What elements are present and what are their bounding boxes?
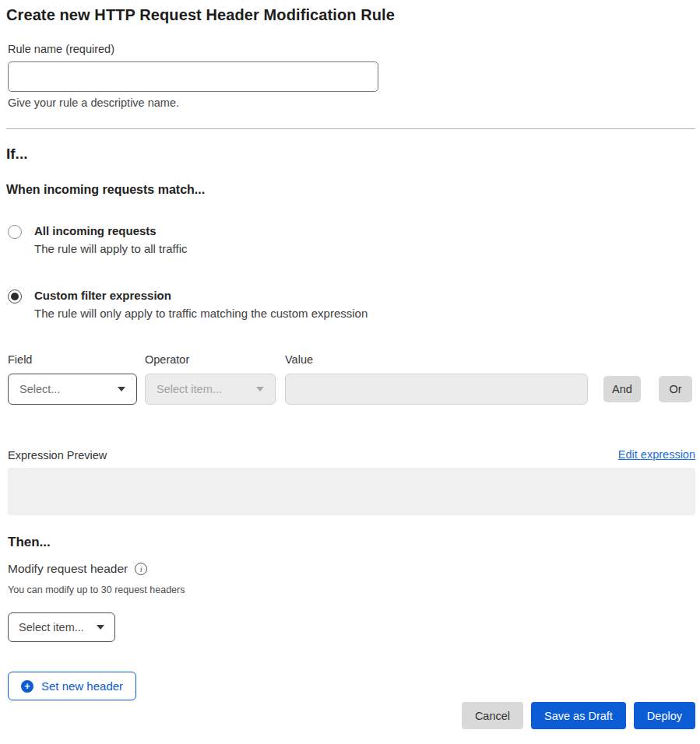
radio-description-custom-filter: The rule will only apply to traffic matc… [34, 307, 368, 320]
save-as-draft-button[interactable]: Save as Draft [531, 702, 626, 729]
info-icon[interactable]: i [135, 563, 147, 575]
set-new-header-button[interactable]: + Set new header [8, 672, 136, 700]
modify-helper-text: You can modify up to 30 request headers [8, 584, 185, 595]
operator-select: Select item... [145, 374, 276, 405]
modify-request-header-row: Modify request header i [8, 562, 147, 576]
then-section-heading: Then... [8, 535, 51, 550]
chevron-down-icon [256, 387, 264, 391]
header-action-select-placeholder: Select item... [19, 621, 84, 633]
match-subheading: When incoming requests match... [6, 183, 205, 197]
field-select-placeholder: Select... [19, 383, 60, 395]
expression-preview-box [8, 468, 695, 515]
chevron-down-icon [118, 387, 125, 391]
option-all-incoming-requests[interactable]: All incoming requests The rule will appl… [8, 224, 187, 255]
deploy-button[interactable]: Deploy [634, 702, 695, 729]
rule-name-label: Rule name (required) [8, 43, 114, 55]
radio-button-all-incoming[interactable] [8, 225, 22, 239]
and-button[interactable]: And [603, 376, 641, 402]
edit-expression-link[interactable]: Edit expression [618, 448, 695, 461]
rule-name-helper-text: Give your rule a descriptive name. [8, 97, 179, 109]
radio-label-custom-filter[interactable]: Custom filter expression [34, 289, 368, 304]
field-select[interactable]: Select... [8, 374, 137, 405]
section-divider [6, 128, 695, 129]
value-input [285, 374, 588, 405]
radio-button-custom-filter[interactable] [8, 290, 22, 304]
rule-name-input[interactable] [8, 61, 378, 92]
expression-preview-label: Expression Preview [8, 449, 107, 461]
operator-label: Operator [145, 353, 189, 366]
operator-select-placeholder: Select item... [157, 383, 222, 395]
plus-icon: + [21, 680, 33, 693]
page-title: Create new HTTP Request Header Modificat… [6, 6, 395, 24]
field-label: Field [8, 353, 32, 366]
option-custom-filter-expression[interactable]: Custom filter expression The rule will o… [8, 289, 368, 320]
modify-request-header-label: Modify request header [8, 562, 128, 576]
radio-label-all-incoming[interactable]: All incoming requests [34, 224, 187, 239]
footer-actions: Cancel Save as Draft Deploy [462, 702, 695, 729]
or-button[interactable]: Or [659, 376, 692, 402]
chevron-down-icon [97, 625, 104, 630]
value-label: Value [285, 353, 313, 366]
set-new-header-label: Set new header [41, 679, 123, 693]
radio-description-all-incoming: The rule will apply to all traffic [34, 242, 187, 255]
header-action-select[interactable]: Select item... [8, 612, 115, 642]
cancel-button[interactable]: Cancel [462, 702, 523, 729]
if-section-heading: If... [6, 146, 27, 163]
